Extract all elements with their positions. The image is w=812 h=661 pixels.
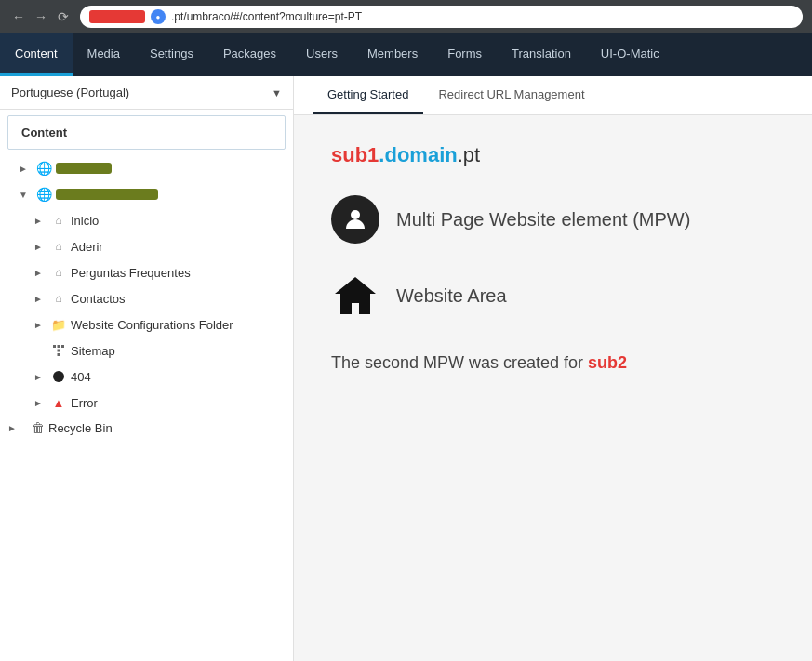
mpw-label: Multi Page Website element (MPW) bbox=[396, 209, 690, 231]
domain-dot-main: .domain bbox=[379, 143, 457, 166]
website-area-section: Website Area bbox=[331, 271, 775, 320]
warning-icon: ▲ bbox=[50, 394, 67, 411]
tab-redirect-url[interactable]: Redirect URL Management bbox=[423, 76, 599, 114]
sitemap-icon bbox=[50, 342, 67, 359]
item-label: Website Configurations Folder bbox=[71, 318, 286, 332]
content-area: Getting Started Redirect URL Management … bbox=[294, 76, 812, 661]
address-bar-container: ● .pt/umbraco/#/content?mculture=pt-PT bbox=[80, 6, 803, 28]
nav-packages[interactable]: Packages bbox=[208, 33, 291, 76]
mpw-section: Multi Page Website element (MPW) bbox=[331, 195, 775, 244]
item-label: Sitemap bbox=[71, 344, 286, 358]
toggle-icon: ► bbox=[33, 242, 47, 252]
secure-icon: ● bbox=[151, 9, 166, 24]
svg-point-5 bbox=[351, 210, 360, 219]
item-label: Inicio bbox=[71, 214, 286, 228]
url-text: .pt/umbraco/#/content?mculture=pt-PT bbox=[171, 10, 362, 23]
address-bar[interactable]: ● .pt/umbraco/#/content?mculture=pt-PT bbox=[80, 6, 803, 28]
home-icon: ⌂ bbox=[50, 290, 67, 307]
item-label: Perguntas Frequentes bbox=[71, 266, 286, 280]
globe-icon: 🌐 bbox=[35, 186, 52, 203]
nav-translation[interactable]: Translation bbox=[497, 33, 586, 76]
language-label: Portuguese (Portugal) bbox=[11, 86, 129, 99]
toggle-icon: ► bbox=[33, 372, 47, 382]
chevron-down-icon: ▼ bbox=[272, 87, 282, 99]
domain-line: sub1.domain.pt bbox=[331, 143, 775, 167]
tree-item-perguntas[interactable]: ► ⌂ Perguntas Frequentes bbox=[0, 259, 293, 285]
tree-item-aderir[interactable]: ► ⌂ Aderir bbox=[0, 233, 293, 259]
item-label: 404 bbox=[71, 370, 286, 384]
tree-item-recycle-bin[interactable]: ► 🗑 Recycle Bin bbox=[0, 416, 293, 440]
sidebar-section-header: Content bbox=[7, 115, 286, 150]
toggle-icon: ► bbox=[33, 268, 47, 278]
toggle-icon: ▼ bbox=[19, 190, 32, 200]
nav-forms[interactable]: Forms bbox=[433, 33, 497, 76]
back-button[interactable]: ← bbox=[9, 7, 28, 26]
redacted-domain bbox=[89, 10, 145, 23]
home-icon: ⌂ bbox=[50, 238, 67, 255]
domain-sub1: sub1 bbox=[331, 143, 379, 166]
toggle-icon: ► bbox=[7, 423, 20, 433]
tree-node-2[interactable]: ▼ 🌐 bbox=[0, 181, 293, 207]
nav-settings[interactable]: Settings bbox=[135, 33, 208, 76]
item-label: Recycle Bin bbox=[48, 421, 113, 435]
tab-getting-started[interactable]: Getting Started bbox=[313, 76, 423, 114]
forward-button[interactable]: → bbox=[32, 7, 50, 26]
svg-rect-3 bbox=[58, 350, 60, 352]
mpw-icon bbox=[331, 195, 379, 244]
website-area-label: Website Area bbox=[396, 285, 507, 307]
content-tabs: Getting Started Redirect URL Management bbox=[294, 76, 812, 115]
content-body: sub1.domain.pt Multi Page Website elemen… bbox=[294, 115, 812, 661]
sub2-label: sub2 bbox=[588, 353, 627, 372]
nav-media[interactable]: Media bbox=[73, 33, 135, 76]
house-icon bbox=[331, 271, 379, 320]
tree-item-error[interactable]: ► ▲ Error bbox=[0, 390, 293, 416]
svg-rect-2 bbox=[61, 345, 64, 348]
tree-item-webconfig[interactable]: ► 📁 Website Configurations Folder bbox=[0, 311, 293, 337]
item-label: Aderir bbox=[71, 240, 286, 254]
circle-icon bbox=[50, 368, 67, 385]
toggle-icon: ► bbox=[19, 164, 32, 174]
nav-buttons: ← → ⟳ bbox=[9, 7, 73, 26]
tree-item-inicio[interactable]: ► ⌂ Inicio bbox=[0, 207, 293, 233]
redacted-label-1 bbox=[56, 163, 112, 174]
svg-rect-4 bbox=[58, 353, 60, 356]
item-label: Error bbox=[71, 396, 286, 410]
item-label: Contactos bbox=[71, 292, 286, 306]
toggle-icon: ► bbox=[33, 294, 47, 304]
reload-button[interactable]: ⟳ bbox=[54, 7, 73, 26]
tree-item-contactos[interactable]: ► ⌂ Contactos bbox=[0, 285, 293, 311]
nav-content[interactable]: Content bbox=[0, 33, 73, 76]
toggle-icon: ► bbox=[33, 320, 47, 330]
redacted-label-2 bbox=[56, 189, 158, 200]
browser-chrome: ← → ⟳ ● .pt/umbraco/#/content?mculture=p… bbox=[0, 0, 812, 33]
language-selector[interactable]: Portuguese (Portugal) ▼ bbox=[0, 76, 293, 110]
sidebar: Portuguese (Portugal) ▼ Content ► 🌐 ▼ 🌐 … bbox=[0, 76, 294, 661]
globe-icon: 🌐 bbox=[35, 160, 52, 177]
toggle-icon: ► bbox=[33, 216, 47, 226]
main-layout: Portuguese (Portugal) ▼ Content ► 🌐 ▼ 🌐 … bbox=[0, 76, 812, 661]
top-navigation: Content Media Settings Packages Users Me… bbox=[0, 33, 812, 76]
tree-item-sitemap[interactable]: Sitemap bbox=[0, 337, 293, 364]
tree-item-404[interactable]: ► 404 bbox=[0, 364, 293, 390]
folder-icon: 📁 bbox=[50, 316, 67, 333]
nav-uiomatic[interactable]: UI-O-Matic bbox=[586, 33, 674, 76]
home-icon: ⌂ bbox=[50, 212, 67, 229]
nav-users[interactable]: Users bbox=[291, 33, 353, 76]
tree-node-1[interactable]: ► 🌐 bbox=[0, 155, 293, 181]
svg-rect-0 bbox=[53, 345, 56, 348]
svg-marker-6 bbox=[335, 277, 376, 314]
domain-tld: .pt bbox=[458, 143, 480, 166]
svg-rect-1 bbox=[58, 345, 60, 348]
second-mpw-text: The second MPW was created for sub2 bbox=[331, 353, 775, 373]
nav-members[interactable]: Members bbox=[353, 33, 433, 76]
trash-icon: 🗑 bbox=[32, 420, 45, 435]
home-icon: ⌂ bbox=[50, 264, 67, 281]
toggle-icon: ► bbox=[33, 398, 47, 408]
